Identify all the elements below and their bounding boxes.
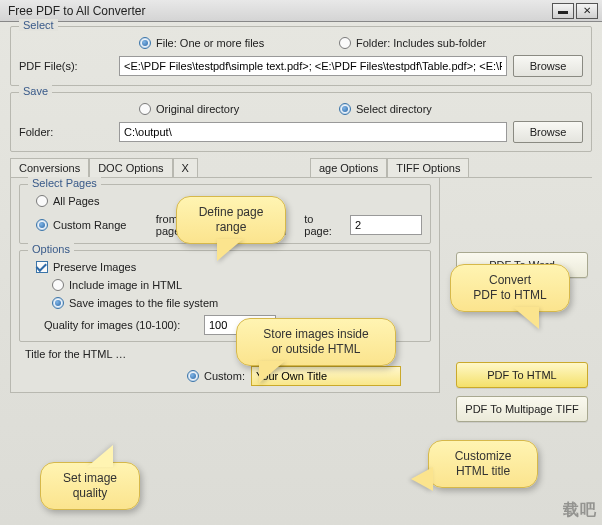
- radio-dot-icon: [52, 297, 64, 309]
- to-page-input[interactable]: [350, 215, 422, 235]
- radio-dot-icon: [339, 103, 351, 115]
- radio-custom-range[interactable]: Custom Range: [36, 219, 156, 231]
- pdf-files-label: PDF File(s):: [19, 60, 119, 72]
- radio-include-image-html[interactable]: Include image in HTML: [52, 279, 182, 291]
- folder-input[interactable]: [119, 122, 507, 142]
- select-pages-legend: Select Pages: [28, 177, 101, 189]
- checkbox-icon: [36, 261, 48, 273]
- radio-original-label: Original directory: [156, 103, 239, 115]
- radio-dot-icon: [36, 219, 48, 231]
- window-title: Free PDF to All Converter: [8, 4, 550, 18]
- radio-custom-title[interactable]: Custom:: [187, 370, 245, 382]
- radio-select-dir[interactable]: Select directory: [339, 103, 432, 115]
- radio-folder-label: Folder: Includes sub-folder: [356, 37, 486, 49]
- minimize-button[interactable]: ▬: [552, 3, 574, 19]
- options-legend: Options: [28, 243, 74, 255]
- tab-image-options-partial[interactable]: age Options: [310, 158, 387, 177]
- radio-custom-range-label: Custom Range: [53, 219, 126, 231]
- save-group: Save Original directory Select directory…: [10, 92, 592, 152]
- callout-set-image-quality: Set image quality: [40, 462, 140, 510]
- close-button[interactable]: ✕: [576, 3, 598, 19]
- checkbox-preserve-images[interactable]: Preserve Images: [36, 261, 136, 273]
- radio-select-dir-label: Select directory: [356, 103, 432, 115]
- save-legend: Save: [19, 85, 52, 97]
- radio-dot-icon: [139, 103, 151, 115]
- include-image-label: Include image in HTML: [69, 279, 182, 291]
- select-group: Select File: One or more files Folder: I…: [10, 26, 592, 86]
- tab-doc-options[interactable]: DOC Options: [89, 158, 172, 177]
- tab-tiff-options[interactable]: TIFF Options: [387, 158, 469, 177]
- preserve-images-label: Preserve Images: [53, 261, 136, 273]
- tab-conversions[interactable]: Conversions: [10, 158, 89, 177]
- browse-files-button[interactable]: Browse: [513, 55, 583, 77]
- tab-x-partial[interactable]: X: [173, 158, 198, 177]
- quality-label: Quality for images (10-100):: [44, 319, 204, 331]
- pdf-to-multipage-tiff-button[interactable]: PDF To Multipage TIFF: [456, 396, 588, 422]
- folder-label: Folder:: [19, 126, 119, 138]
- client-area: Select File: One or more files Folder: I…: [0, 22, 602, 525]
- html-title-prefix: Title for the HTML …: [25, 348, 193, 360]
- callout-store-images: Store images inside or outside HTML: [236, 318, 396, 366]
- radio-original-dir[interactable]: Original directory: [139, 103, 339, 115]
- radio-dot-icon: [52, 279, 64, 291]
- callout-define-page-range: Define page range: [176, 196, 286, 244]
- save-images-fs-label: Save images to the file system: [69, 297, 218, 309]
- close-icon: ✕: [583, 5, 591, 16]
- callout-convert-pdf-html: Convert PDF to HTML: [450, 264, 570, 312]
- radio-save-images-fs[interactable]: Save images to the file system: [52, 297, 218, 309]
- radio-all-pages-label: All Pages: [53, 195, 99, 207]
- watermark-text: 载吧: [563, 500, 596, 521]
- radio-file[interactable]: File: One or more files: [139, 37, 339, 49]
- tabstrip: Conversions DOC Options X age Options TI…: [10, 158, 592, 178]
- radio-all-pages[interactable]: All Pages: [36, 195, 99, 207]
- title-bar: Free PDF to All Converter ▬ ✕: [0, 0, 602, 22]
- select-legend: Select: [19, 19, 58, 31]
- pdf-to-html-button[interactable]: PDF To HTML: [456, 362, 588, 388]
- radio-dot-icon: [139, 37, 151, 49]
- radio-dot-icon: [36, 195, 48, 207]
- radio-file-label: File: One or more files: [156, 37, 264, 49]
- radio-dot-icon: [339, 37, 351, 49]
- browse-folder-button[interactable]: Browse: [513, 121, 583, 143]
- radio-dot-icon: [187, 370, 199, 382]
- to-page-label: to page:: [304, 213, 344, 237]
- pdf-files-input[interactable]: [119, 56, 507, 76]
- radio-folder[interactable]: Folder: Includes sub-folder: [339, 37, 486, 49]
- minimize-icon: ▬: [558, 5, 568, 16]
- callout-customize-html-title: Customize HTML title: [428, 440, 538, 488]
- custom-title-label: Custom:: [204, 370, 245, 382]
